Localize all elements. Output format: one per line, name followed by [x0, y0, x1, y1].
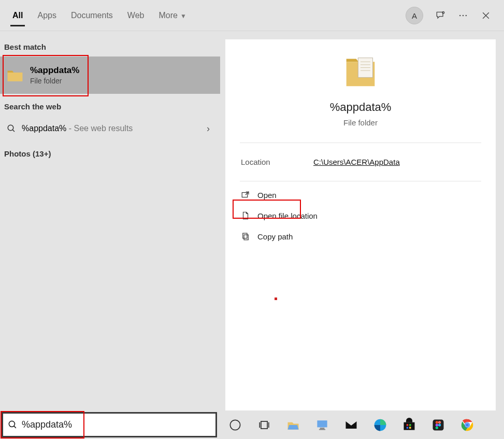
svg-point-2 [463, 15, 464, 17]
svg-rect-8 [243, 233, 247, 238]
taskbar-icons [227, 417, 476, 433]
preview-header: %appdata% File folder [225, 39, 496, 139]
svg-rect-13 [319, 429, 325, 430]
svg-point-31 [9, 421, 15, 427]
tab-documents[interactable]: Documents [64, 2, 120, 30]
location-value[interactable]: C:\Users\ACER\AppData [313, 158, 400, 166]
action-open-location[interactable]: Open file location [225, 205, 496, 226]
header-icons: A [406, 0, 499, 31]
location-label: Location [241, 158, 313, 166]
web-result-text: %appdata% - See web results [19, 124, 207, 133]
action-open-label: Open [255, 191, 277, 200]
chevron-down-icon: ▼ [180, 12, 186, 20]
header-tabs: All Apps Documents Web More▼ [5, 0, 194, 31]
copy-icon [241, 232, 255, 241]
web-result-suffix: - See web results [66, 124, 133, 133]
svg-rect-17 [407, 424, 409, 426]
feedback-icon[interactable] [435, 10, 446, 21]
svg-rect-6 [242, 193, 248, 197]
figma-icon[interactable] [430, 417, 447, 433]
open-icon [241, 190, 255, 200]
search-icon [3, 420, 22, 430]
action-copy-path[interactable]: Copy path [225, 226, 496, 247]
svg-point-4 [8, 125, 13, 131]
search-icon [4, 124, 19, 133]
section-photos-label[interactable]: Photos (13+) [0, 141, 220, 163]
search-input[interactable]: %appdata% [2, 412, 217, 437]
folder-large-icon [343, 55, 378, 91]
svg-point-25 [438, 423, 441, 426]
web-result-query: %appdata% [22, 124, 66, 133]
best-match-result[interactable]: %appdata% File folder [0, 56, 220, 94]
svg-point-1 [459, 15, 461, 17]
search-header: All Apps Documents Web More▼ A [0, 0, 504, 31]
more-options-icon[interactable] [457, 10, 469, 21]
svg-point-24 [436, 423, 438, 426]
preview-panel: %appdata% File folder Location C:\Users\… [225, 39, 496, 410]
chevron-right-icon: › [207, 123, 214, 134]
divider [240, 143, 481, 143]
svg-point-30 [466, 423, 469, 426]
preview-column: %appdata% File folder Location C:\Users\… [220, 31, 504, 410]
svg-rect-12 [320, 428, 325, 429]
file-explorer-icon[interactable] [285, 417, 301, 433]
tab-web[interactable]: Web [120, 2, 152, 30]
svg-rect-10 [261, 421, 267, 429]
close-icon[interactable] [480, 10, 492, 21]
svg-point-3 [466, 15, 467, 17]
svg-rect-19 [407, 427, 409, 429]
results-column: Best match %appdata% File folder Search … [0, 31, 220, 410]
best-match-title: %appdata% [30, 65, 79, 76]
web-result-row[interactable]: %appdata% - See web results › [0, 116, 220, 141]
preview-title: %appdata% [231, 101, 491, 114]
chrome-icon[interactable] [459, 417, 476, 433]
open-location-icon [241, 211, 255, 220]
svg-rect-11 [317, 420, 327, 427]
svg-rect-18 [409, 424, 411, 426]
mail-icon[interactable] [343, 417, 359, 433]
search-query-text: %appdata% [22, 419, 72, 430]
cortana-icon[interactable] [227, 417, 243, 433]
action-open[interactable]: Open [225, 185, 496, 205]
svg-point-9 [230, 420, 240, 430]
task-view-icon[interactable] [256, 417, 272, 433]
best-match-subtitle: File folder [30, 77, 79, 85]
settings-monitor-icon[interactable] [314, 417, 330, 433]
location-row: Location C:\Users\ACER\AppData [225, 146, 496, 178]
svg-rect-7 [244, 235, 248, 240]
preview-subtitle: File folder [231, 118, 491, 127]
action-copy-path-label: Copy path [255, 232, 293, 241]
svg-rect-20 [409, 427, 411, 429]
store-icon[interactable] [401, 417, 417, 433]
tab-all[interactable]: All [5, 2, 30, 30]
svg-point-26 [436, 426, 438, 429]
best-match-text: %appdata% File folder [30, 65, 79, 85]
edge-icon[interactable] [372, 417, 388, 433]
svg-point-0 [442, 11, 444, 13]
user-avatar[interactable]: A [406, 7, 423, 24]
section-web-label: Search the web [0, 94, 220, 116]
search-main: Best match %appdata% File folder Search … [0, 31, 504, 410]
svg-rect-16 [404, 422, 415, 430]
svg-point-22 [436, 421, 438, 423]
tab-apps[interactable]: Apps [30, 2, 63, 30]
avatar-letter: A [412, 11, 417, 20]
annotation-dot [275, 298, 277, 300]
tab-more[interactable]: More▼ [151, 2, 193, 30]
action-open-location-label: Open file location [255, 211, 318, 220]
svg-point-23 [438, 421, 441, 423]
section-best-match-label: Best match [0, 34, 220, 56]
folder-icon [6, 66, 24, 84]
divider [240, 181, 481, 181]
